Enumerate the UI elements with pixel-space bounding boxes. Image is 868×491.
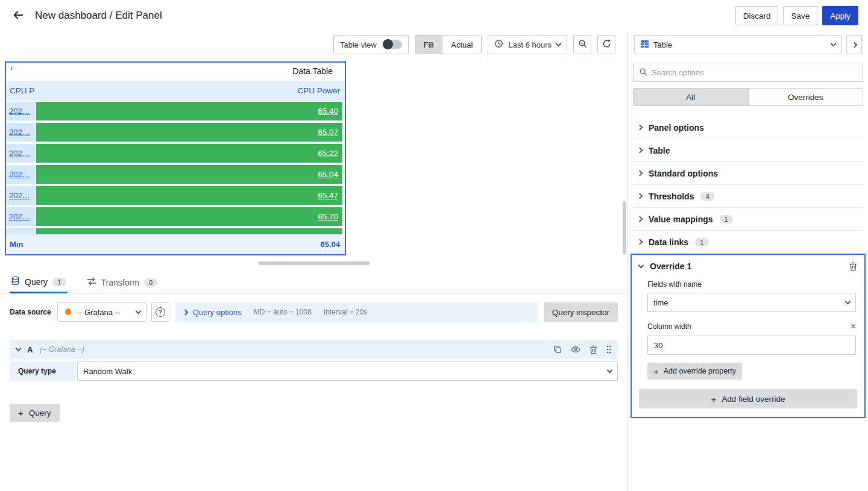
- query-count-badge: 1: [52, 278, 66, 286]
- value-link[interactable]: 65.22: [318, 149, 338, 158]
- refresh-button[interactable]: [597, 35, 615, 54]
- add-field-override-button[interactable]: + Add field override: [639, 389, 857, 408]
- panel-canvas: i Data Table CPU Power CPU Power 202… 65…: [0, 58, 627, 270]
- panel-toolbar: Table view Fill Actual Last 6 hours: [0, 31, 627, 58]
- panel-resize-handle[interactable]: [258, 261, 370, 265]
- actual-option[interactable]: Actual: [442, 36, 481, 54]
- collapse-options-button[interactable]: [846, 35, 862, 54]
- search-icon: [639, 67, 647, 78]
- time-link[interactable]: 202…: [9, 128, 30, 137]
- options-search[interactable]: [633, 63, 863, 82]
- sidebar-section-standard-options[interactable]: Standard options: [633, 162, 863, 185]
- sidebar-section-data-links[interactable]: Data links 1: [633, 231, 863, 254]
- time-link[interactable]: 202…: [9, 170, 30, 179]
- value-link[interactable]: 65.70: [318, 212, 338, 221]
- value-link[interactable]: 65.47: [318, 191, 338, 200]
- table-view-switch[interactable]: [383, 40, 402, 49]
- page-title: New dashboard / Edit Panel: [35, 10, 162, 22]
- table-viz-icon: [640, 39, 649, 50]
- sidebar-section-panel-options[interactable]: Panel options: [633, 116, 863, 139]
- table-row: 202… 65.47: [6, 185, 345, 206]
- search-input[interactable]: [652, 68, 857, 77]
- panel-header[interactable]: i Data Table: [6, 63, 345, 81]
- fill-option[interactable]: Fill: [415, 36, 442, 54]
- table-header-row: CPU Power CPU Power: [6, 81, 345, 101]
- tab-all[interactable]: All: [634, 89, 748, 105]
- arrow-left-icon: [11, 8, 25, 23]
- sidebar-section-thresholds[interactable]: Thresholds 4: [633, 185, 863, 208]
- save-button[interactable]: Save: [783, 6, 817, 25]
- override-title: Override 1: [650, 261, 691, 271]
- tab-overrides[interactable]: Overrides: [748, 89, 863, 105]
- query-inspector-button[interactable]: Query inspector: [544, 302, 618, 322]
- table-view-toggle-group[interactable]: Table view: [333, 35, 409, 54]
- value-link[interactable]: 65.07: [318, 128, 338, 137]
- time-link[interactable]: 202…: [9, 212, 30, 221]
- query-ref-id: A: [27, 345, 33, 354]
- table-panel[interactable]: i Data Table CPU Power CPU Power 202… 65…: [5, 61, 346, 255]
- trash-icon[interactable]: [590, 345, 597, 354]
- grafana-logo-icon: [63, 307, 73, 318]
- chevron-down-icon: [831, 41, 837, 47]
- tab-transform[interactable]: Transform 0: [86, 277, 159, 293]
- section-badge: 1: [720, 215, 733, 224]
- chevron-down-icon: [16, 346, 22, 352]
- time-link[interactable]: 202…: [9, 107, 30, 116]
- zoom-out-icon: [578, 39, 587, 50]
- datasource-picker[interactable]: -- Grafana --: [57, 302, 146, 322]
- max-data-points-summary: MD = auto = 1008: [254, 308, 312, 316]
- chevron-right-icon: [637, 239, 643, 245]
- override-1-header[interactable]: Override 1: [632, 255, 864, 278]
- time-cell: 202…: [6, 143, 35, 164]
- value-link[interactable]: 65.40: [318, 107, 338, 116]
- footer-reducer-label: Min: [6, 240, 35, 249]
- panel-info-icon[interactable]: i: [11, 64, 13, 71]
- editor-tabs: Query 1 Transform 0: [0, 270, 627, 294]
- gauge-cell: 65.40: [35, 101, 345, 122]
- time-cell: 202…: [6, 185, 35, 206]
- query-type-select[interactable]: Random Walk: [77, 361, 618, 381]
- column-width-input[interactable]: [647, 336, 856, 355]
- drag-grip-icon[interactable]: [606, 345, 611, 354]
- options-sections: Panel options Table Standard options: [633, 116, 863, 418]
- vertical-scrollbar[interactable]: [623, 201, 626, 254]
- time-range-picker[interactable]: Last 6 hours: [488, 35, 567, 54]
- value-link[interactable]: 65.04: [318, 170, 338, 179]
- tab-query[interactable]: Query 1: [10, 276, 68, 293]
- plus-icon: +: [711, 394, 717, 404]
- chevron-right-icon: [637, 193, 643, 199]
- section-label: Thresholds: [649, 192, 694, 201]
- remove-property-icon[interactable]: ×: [851, 322, 856, 331]
- time-cell: 202…: [6, 206, 35, 227]
- value-column-header[interactable]: CPU Power: [35, 86, 345, 95]
- add-override-property-button[interactable]: + Add override property: [647, 363, 742, 380]
- add-query-button[interactable]: + Query: [10, 404, 60, 422]
- sidebar-section-table[interactable]: Table: [633, 139, 863, 162]
- time-link[interactable]: 202…: [9, 191, 30, 200]
- time-column-header[interactable]: CPU Power: [6, 86, 35, 95]
- apply-button[interactable]: Apply: [822, 6, 858, 25]
- datasource-help-button[interactable]: ?: [151, 302, 169, 322]
- query-row-header[interactable]: A (-- Grafana --): [10, 340, 618, 359]
- sidebar-section-value-mappings[interactable]: Value mappings 1: [633, 208, 863, 231]
- table-row: 202… 65.07: [6, 122, 345, 143]
- query-options-toggle[interactable]: Query options: [183, 308, 242, 317]
- zoom-out-button[interactable]: [573, 35, 591, 54]
- datasource-label: Data source: [10, 308, 51, 316]
- table-row: 202… 65.04: [6, 164, 345, 185]
- discard-button[interactable]: Discard: [735, 6, 779, 25]
- top-bar: New dashboard / Edit Panel Discard Save …: [0, 0, 868, 31]
- eye-icon[interactable]: [571, 346, 580, 353]
- table-row: 202… 65.40: [6, 101, 345, 122]
- fields-with-name-select[interactable]: time: [647, 293, 856, 312]
- clock-icon: [494, 39, 503, 50]
- chevron-down-icon: [556, 41, 562, 47]
- visualization-picker[interactable]: Table: [634, 35, 841, 54]
- time-link[interactable]: 202…: [9, 149, 30, 158]
- query-row-actions: [553, 345, 611, 354]
- copy-icon[interactable]: [553, 345, 562, 354]
- chevron-right-icon: [182, 309, 188, 315]
- delete-override-button[interactable]: [849, 262, 857, 271]
- gauge-cell: 65.70: [35, 206, 345, 227]
- back-button[interactable]: [10, 7, 27, 24]
